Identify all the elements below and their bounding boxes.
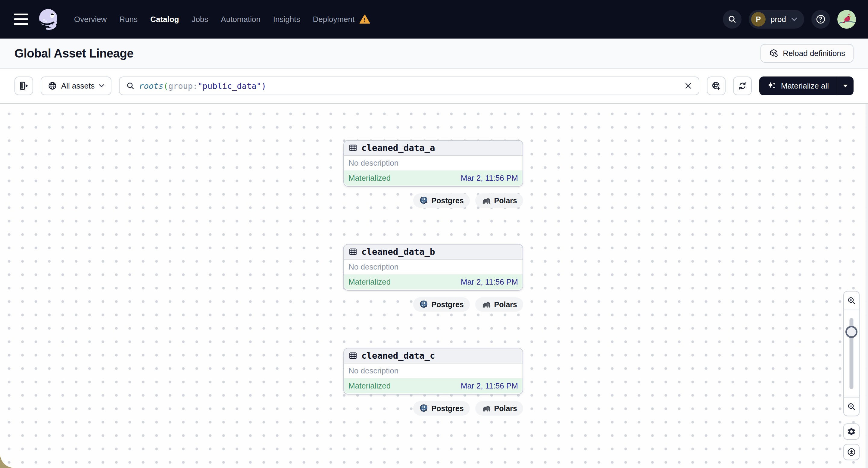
graph-settings-button[interactable] xyxy=(843,424,860,440)
query-key: group xyxy=(168,81,193,91)
lineage-toolbar: All assets roots(group:"public_data") xyxy=(0,69,868,103)
view-global-lineage-button[interactable] xyxy=(707,76,725,95)
refresh-button[interactable] xyxy=(733,76,752,95)
tag-label: Postgres xyxy=(432,404,464,413)
open-panel-icon xyxy=(19,81,29,91)
lineage-graph-area: cleaned_data_a No description Materializ… xyxy=(0,103,868,468)
tag-label: Polars xyxy=(494,404,517,413)
chevron-down-icon xyxy=(791,17,798,21)
toggle-sidebar-button[interactable] xyxy=(14,76,33,95)
status-badge: Materialized xyxy=(348,277,391,287)
asset-selection-input[interactable]: roots(group:"public_data") xyxy=(119,76,699,95)
zoom-slider[interactable] xyxy=(844,310,859,398)
zoom-in-icon xyxy=(847,296,856,305)
asset-status-bar: Materialized Mar 2, 11:56 PM xyxy=(344,378,523,393)
materialize-options-button[interactable] xyxy=(837,76,854,95)
page-header: Global Asset Lineage Reload definitions xyxy=(0,38,868,69)
search-icon xyxy=(126,82,135,90)
zoom-slider-thumb[interactable] xyxy=(845,326,858,338)
polars-icon xyxy=(481,405,491,412)
environment-label: prod xyxy=(770,15,786,24)
asset-status-bar: Materialized Mar 2, 11:56 PM xyxy=(344,274,523,289)
navbar-right-controls: P prod xyxy=(723,10,856,29)
tag-postgres[interactable]: Postgres xyxy=(413,297,470,312)
asset-description: No description xyxy=(344,364,523,378)
tag-label: Postgres xyxy=(432,300,464,309)
search-icon xyxy=(727,15,737,24)
asset-scope-selector[interactable]: All assets xyxy=(41,76,112,95)
sparkles-icon xyxy=(767,81,777,91)
tag-label: Polars xyxy=(494,196,517,205)
user-avatar[interactable] xyxy=(837,10,856,29)
asset-node-header: cleaned_data_a xyxy=(344,141,523,156)
polars-icon xyxy=(481,301,491,308)
page-title: Global Asset Lineage xyxy=(14,47,133,60)
materialization-timestamp[interactable]: Mar 2, 11:56 PM xyxy=(461,381,518,391)
query-colon: : xyxy=(193,81,197,91)
primary-nav: Overview Runs Catalog Jobs Automation In… xyxy=(74,14,370,24)
nav-item-catalog[interactable]: Catalog xyxy=(150,15,179,24)
dagster-logo-icon[interactable] xyxy=(37,7,61,31)
zoom-out-button[interactable] xyxy=(844,398,859,415)
chevron-down-icon xyxy=(99,84,104,88)
reload-definitions-icon xyxy=(769,49,779,58)
nav-item-runs[interactable]: Runs xyxy=(119,15,137,24)
reload-definitions-button[interactable]: Reload definitions xyxy=(761,44,854,63)
tag-postgres[interactable]: Postgres xyxy=(413,401,470,415)
postgres-icon xyxy=(419,404,428,413)
materialize-all-button[interactable]: Materialize all xyxy=(759,76,837,95)
postgres-icon xyxy=(419,300,428,309)
hamburger-menu-icon[interactable] xyxy=(14,13,28,25)
nav-item-insights[interactable]: Insights xyxy=(273,15,300,24)
nav-item-jobs[interactable]: Jobs xyxy=(191,15,208,24)
globe-add-icon xyxy=(711,81,721,91)
nav-item-deployment[interactable]: Deployment xyxy=(313,15,354,24)
nav-item-automation[interactable]: Automation xyxy=(221,15,260,24)
query-function: roots xyxy=(139,81,163,91)
asset-tags-row: Postgres Polars xyxy=(343,193,523,208)
table-icon xyxy=(348,247,358,256)
asset-tags-row: Postgres Polars xyxy=(343,401,523,415)
query-text: roots(group:"public_data") xyxy=(139,81,266,91)
asset-tags-row: Postgres Polars xyxy=(343,297,523,312)
asset-name: cleaned_data_a xyxy=(362,143,435,153)
download-image-button[interactable] xyxy=(843,444,860,460)
tag-label: Postgres xyxy=(432,196,464,205)
tag-polars[interactable]: Polars xyxy=(475,193,523,208)
tag-polars[interactable]: Polars xyxy=(475,401,523,415)
caret-down-icon xyxy=(843,84,848,88)
globe-icon xyxy=(48,81,57,90)
deployment-warning-icon[interactable] xyxy=(359,14,370,24)
asset-status-bar: Materialized Mar 2, 11:56 PM xyxy=(344,170,523,186)
top-navbar: Overview Runs Catalog Jobs Automation In… xyxy=(0,0,868,38)
query-open-paren: ( xyxy=(163,81,168,91)
environment-switcher[interactable]: P prod xyxy=(749,10,804,29)
zoom-controls xyxy=(843,291,860,416)
asset-node-cleaned-data-a[interactable]: cleaned_data_a No description Materializ… xyxy=(343,140,523,187)
clear-query-button[interactable] xyxy=(684,82,692,90)
asset-node-cleaned-data-c[interactable]: cleaned_data_c No description Materializ… xyxy=(343,348,523,395)
tag-label: Polars xyxy=(494,300,517,309)
tag-postgres[interactable]: Postgres xyxy=(413,193,470,208)
materialize-all-split-button: Materialize all xyxy=(759,76,854,95)
asset-description: No description xyxy=(344,156,523,170)
nav-item-overview[interactable]: Overview xyxy=(74,15,106,24)
materialization-timestamp[interactable]: Mar 2, 11:56 PM xyxy=(461,174,518,183)
download-icon xyxy=(847,447,856,457)
environment-badge: P xyxy=(751,12,766,27)
postgres-icon xyxy=(419,196,428,205)
gear-icon xyxy=(847,427,856,436)
help-button[interactable] xyxy=(811,10,830,29)
asset-node-cleaned-data-b[interactable]: cleaned_data_b No description Materializ… xyxy=(343,244,523,291)
question-icon xyxy=(815,14,826,25)
materialization-timestamp[interactable]: Mar 2, 11:56 PM xyxy=(461,277,518,287)
query-value: "public_data" xyxy=(197,81,261,91)
asset-name: cleaned_data_c xyxy=(362,350,435,361)
table-icon xyxy=(348,351,358,360)
global-search-button[interactable] xyxy=(723,10,742,29)
zoom-in-button[interactable] xyxy=(844,291,859,310)
refresh-icon xyxy=(738,81,747,91)
polars-icon xyxy=(481,197,491,204)
table-icon xyxy=(348,143,358,152)
tag-polars[interactable]: Polars xyxy=(475,297,523,312)
